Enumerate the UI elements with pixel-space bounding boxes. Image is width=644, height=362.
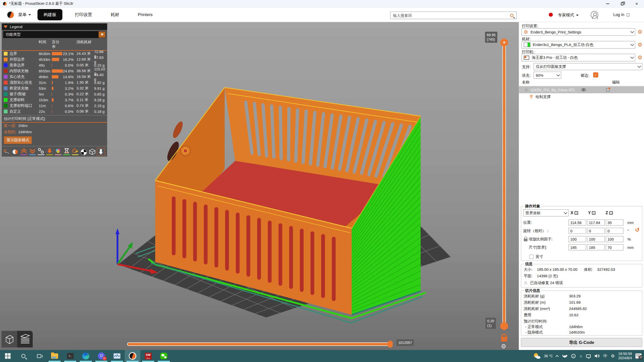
object-sub-item[interactable]: 绘制支撑	[519, 94, 644, 100]
layer-slider-track[interactable]	[502, 43, 506, 326]
prusaslicer-taskbar-button[interactable]	[125, 350, 140, 362]
display-icon[interactable]	[586, 354, 591, 358]
settings-gear-icon[interactable]: ⚙	[611, 353, 615, 359]
custom-gcode-icon[interactable]	[72, 148, 79, 155]
taskbar-search-button[interactable]	[16, 350, 31, 362]
manip-input[interactable]	[606, 219, 623, 225]
manip-input[interactable]	[606, 236, 623, 242]
axis-indicator-icon[interactable]	[592, 211, 595, 215]
avatar[interactable]	[591, 11, 598, 19]
moves-slider-track[interactable]	[127, 342, 393, 346]
start-button[interactable]	[0, 350, 16, 362]
discord-button[interactable]: ᗜ9+	[94, 350, 109, 362]
manip-input[interactable]	[587, 236, 605, 242]
manip-input[interactable]	[606, 244, 623, 250]
layer-slider-settings-icon[interactable]: ⚙	[501, 343, 506, 350]
tab-plater[interactable]: 构建板	[37, 9, 62, 20]
axis-indicator-icon[interactable]	[609, 211, 613, 215]
discord-badge: 9+	[103, 356, 107, 360]
seams-icon[interactable]	[37, 148, 45, 155]
manip-input[interactable]	[569, 219, 586, 225]
notification-center-icon[interactable]: 10	[635, 353, 641, 358]
retractions-icon[interactable]	[20, 148, 27, 155]
center-of-gravity-icon[interactable]	[80, 149, 87, 155]
inches-checkbox[interactable]	[529, 255, 534, 259]
search-icon[interactable]	[510, 14, 513, 17]
login-button[interactable]: Log in	[613, 13, 629, 17]
manip-input[interactable]	[587, 219, 605, 225]
print-time-label: 预计打印时间:	[524, 319, 547, 324]
axis-indicator-icon[interactable]	[575, 211, 578, 215]
filament-select[interactable]: Ender3s1_Bengo_PLA_丝工坊-白色	[521, 41, 635, 49]
manip-input[interactable]	[569, 236, 586, 242]
pet-icon[interactable]	[562, 354, 568, 358]
object-list-row[interactable]: ⚠ QXZH_ITX_By_Cisco.STL	[519, 86, 644, 93]
search-box[interactable]	[390, 12, 517, 19]
manip-input[interactable]	[587, 244, 605, 250]
printer-select[interactable]: 海王星3 Pro - 丝工坊 - 白色	[521, 54, 635, 61]
deretractions-icon[interactable]	[29, 148, 36, 155]
filament-switches-icon[interactable]	[97, 149, 104, 155]
solidworks-button[interactable]: SW2022	[140, 350, 156, 362]
terminal-button[interactable]: >_	[62, 350, 78, 362]
show-stealth-mode-button[interactable]: 显示隐形模式	[4, 136, 32, 144]
wechat-button[interactable]	[156, 350, 172, 362]
viewport-3d[interactable]: Legend 功能类型 时间 百分率 消耗耗材 边界6h30m23.1%24.4…	[0, 22, 519, 350]
restore-button[interactable]	[615, 0, 629, 8]
main-menu-button[interactable]: 菜单	[18, 12, 31, 18]
eye-icon[interactable]	[581, 88, 586, 91]
minimize-button[interactable]	[600, 0, 615, 8]
volume-icon[interactable]	[594, 354, 600, 358]
search-input[interactable]	[390, 13, 510, 18]
menu-bar: 菜单 构建板 打印设置 耗材 Printers 专家模式 Log in	[0, 8, 644, 22]
edit-print-settings-button[interactable]: ⚙	[637, 29, 643, 35]
edit-filament-button[interactable]: ⚙	[637, 42, 643, 48]
task-view-button[interactable]	[31, 350, 47, 362]
print-settings-select[interactable]: ⚙ Ender3_Bengo_Print_Settings	[521, 28, 635, 36]
manip-input[interactable]	[587, 228, 605, 234]
moves-slider-handle[interactable]	[388, 340, 393, 348]
tab-print-settings[interactable]: 打印设置	[69, 9, 98, 20]
manip-input[interactable]	[606, 228, 623, 234]
security-check-icon[interactable]: ✓	[571, 354, 576, 358]
pause-prints-icon[interactable]	[63, 148, 70, 155]
tab-printers[interactable]: Printers	[132, 10, 159, 20]
layer-range-lock-icon[interactable]	[501, 337, 507, 341]
brightness-icon[interactable]: ☼	[579, 354, 583, 358]
coordinates-select[interactable]: 世界坐标	[523, 209, 569, 216]
chevron-down-icon	[630, 30, 634, 33]
tab-filament[interactable]: 耗材	[105, 9, 125, 20]
view-mode-toggle	[2, 331, 33, 347]
reset-rotation-icon[interactable]: ↺	[635, 227, 639, 233]
support-select[interactable]: 仅从打印面板支撑	[534, 63, 642, 70]
editor-view-button[interactable]	[2, 331, 17, 347]
export-gcode-button[interactable]: 导出 G-Code	[521, 338, 642, 347]
view-type-select[interactable]: 功能类型	[3, 31, 106, 38]
tool-changes-icon[interactable]	[46, 148, 53, 155]
clock[interactable]: 18:50:59 2024/8/4	[618, 352, 632, 360]
color-changes-icon[interactable]	[55, 148, 62, 155]
manip-input[interactable]	[569, 228, 586, 234]
weather-icon[interactable]	[534, 353, 540, 359]
dropdown-button[interactable]	[99, 31, 105, 38]
mode-selector[interactable]: 专家模式	[558, 13, 579, 18]
shells-icon[interactable]	[89, 149, 96, 155]
wipe-icon[interactable]	[12, 149, 19, 155]
temperature[interactable]: 36 °C	[544, 354, 553, 358]
manip-input[interactable]	[569, 244, 586, 250]
tray-expand-icon[interactable]	[555, 355, 559, 358]
preview-view-button[interactable]	[17, 331, 33, 347]
feature-time: 4h6m	[39, 75, 52, 79]
feature-meters: 38.56 米	[75, 69, 94, 73]
task-manager-button[interactable]	[109, 350, 125, 362]
edge-button[interactable]	[78, 350, 94, 362]
legend-header[interactable]: Legend	[2, 23, 107, 30]
brim-checkbox[interactable]	[593, 72, 598, 77]
edit-object-icon[interactable]	[606, 88, 610, 92]
file-explorer-button[interactable]	[47, 350, 62, 362]
ime-indicator[interactable]: 中	[603, 353, 607, 359]
edit-printer-button[interactable]: ⚙	[637, 55, 643, 60]
close-button[interactable]: ×	[629, 0, 644, 8]
travel-paths-icon[interactable]	[3, 149, 10, 155]
infill-select[interactable]: 60%	[534, 72, 561, 79]
